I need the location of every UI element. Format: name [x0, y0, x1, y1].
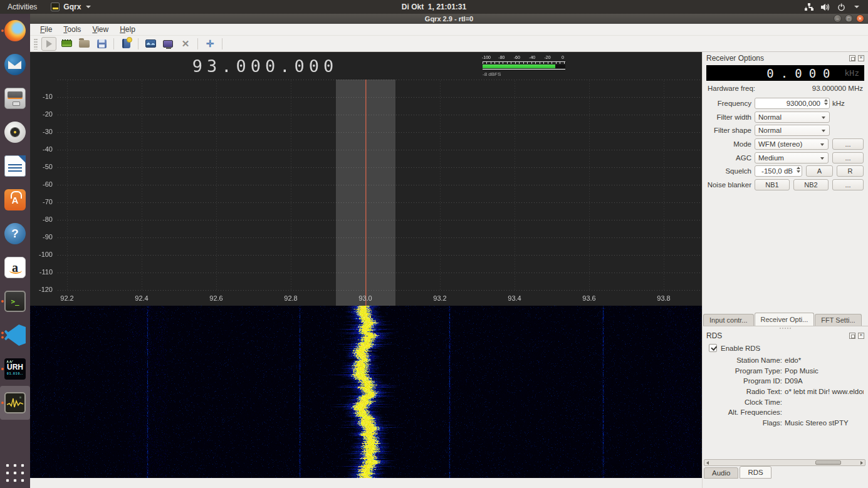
- receiver-options-titlebar: Receiver Options: [703, 52, 868, 64]
- meter-tick-label: -20: [545, 55, 551, 60]
- dock-item-file-manager[interactable]: [0, 81, 30, 115]
- tab-rds[interactable]: RDS: [740, 466, 771, 479]
- frequency-label: Frequency: [707, 100, 755, 107]
- minimize-button[interactable]: [834, 14, 842, 23]
- dock-item-libreoffice-writer[interactable]: [0, 149, 30, 183]
- scroll-left-icon[interactable]: [704, 460, 711, 465]
- panadapter-plot[interactable]: [30, 52, 702, 306]
- clock[interactable]: Di Okt 1, 21:01:31: [0, 3, 868, 11]
- filter-shape-combo[interactable]: Normal: [755, 125, 830, 136]
- panel-tab-bar: Input contr...Receiver Opti...FFT Setti.…: [703, 313, 868, 326]
- agc-combo[interactable]: Medium: [755, 152, 829, 164]
- gnome-top-bar: Activities Gqrx Di Okt 1, 21:01:31: [0, 0, 868, 14]
- save-icon: [97, 39, 107, 48]
- freq-tick-label: 93.4: [508, 294, 521, 302]
- bookmarks-button[interactable]: [118, 37, 133, 51]
- dock-item-terminal[interactable]: >_: [0, 284, 30, 318]
- db-tick-label: -40: [30, 145, 53, 153]
- dock-item-urh[interactable]: ∧∧⁄URH01.010..: [0, 352, 30, 386]
- squelch-reset-button[interactable]: R: [837, 165, 864, 177]
- freq-tick-label: 93.6: [582, 294, 595, 302]
- terminal-icon: >_: [4, 291, 26, 312]
- io-devices-button[interactable]: [59, 37, 74, 51]
- close-button[interactable]: [856, 14, 864, 23]
- center-frequency-display[interactable]: 93.000.000: [130, 56, 400, 76]
- gqrx-app-icon: [51, 3, 60, 11]
- save-file-button[interactable]: [94, 37, 109, 51]
- menu-bar: FileToolsViewHelp: [30, 24, 868, 36]
- activities-button[interactable]: Activities: [0, 0, 44, 14]
- scrollbar-thumb[interactable]: [815, 460, 841, 465]
- nb1-button[interactable]: NB1: [755, 179, 790, 190]
- rds-fields: Station Name:eldo*Program Type:Pop Music…: [703, 355, 868, 428]
- window-titlebar[interactable]: Gqrx 2.9 - rtl=0: [30, 14, 868, 24]
- float-panel-icon[interactable]: [849, 333, 855, 339]
- scroll-right-icon[interactable]: [859, 460, 865, 465]
- ubuntu-software-icon: A: [4, 189, 26, 210]
- agc-options-button[interactable]: ...: [832, 152, 864, 164]
- caret-down-icon: [86, 6, 91, 8]
- nb-options-button[interactable]: ...: [832, 179, 864, 190]
- right-panel: Receiver Options 0.000 kHz Hardware freq…: [702, 52, 868, 488]
- menu-file[interactable]: File: [35, 24, 57, 34]
- maximize-button[interactable]: [845, 14, 853, 23]
- rds-field-value: Pop Music: [785, 367, 864, 375]
- dock-item-thunderbird[interactable]: [0, 48, 30, 81]
- close-panel-icon[interactable]: [858, 55, 864, 61]
- enable-rds-checkbox[interactable]: [709, 344, 717, 352]
- toolbar-drag-handle[interactable]: [34, 38, 38, 49]
- mode-combo[interactable]: WFM (stereo): [755, 138, 829, 150]
- close-panel-icon[interactable]: [858, 333, 864, 339]
- record-button[interactable]: [160, 37, 175, 51]
- filter-shape-label: Filter shape: [707, 127, 755, 134]
- dock-item-rhythmbox[interactable]: [0, 115, 30, 149]
- meter-bar: [483, 65, 565, 68]
- app-menu[interactable]: Gqrx: [44, 0, 97, 14]
- tab-audio[interactable]: Audio: [704, 467, 738, 479]
- frequency-spinbox[interactable]: 93000,000: [755, 98, 830, 109]
- mode-options-button[interactable]: ...: [832, 138, 864, 150]
- squelch-auto-button[interactable]: A: [806, 165, 833, 177]
- rds-field-value: D09A: [785, 377, 864, 385]
- filter-width-combo[interactable]: Normal: [755, 112, 830, 123]
- float-panel-icon[interactable]: [849, 55, 855, 61]
- urh-icon: ∧∧⁄URH01.010..: [4, 358, 26, 380]
- noise-blanker-label: Noise blanker: [707, 181, 755, 189]
- fullscreen-button[interactable]: ✛: [202, 37, 217, 51]
- dock-item-gqrx[interactable]: ≡: [0, 386, 30, 420]
- dock-item-help[interactable]: ?: [0, 217, 30, 251]
- libreoffice-writer-icon: [4, 155, 26, 177]
- dock-item-amazon[interactable]: a: [0, 251, 30, 284]
- toolbar: ✕ ✛: [30, 36, 868, 52]
- db-tick-label: -90: [30, 233, 53, 241]
- waterfall-display[interactable]: [30, 306, 702, 478]
- lcd-unit: kHz: [845, 68, 859, 78]
- tab-input-contr[interactable]: Input contr...: [703, 314, 754, 326]
- dock-item-ubuntu-software[interactable]: A: [0, 183, 30, 217]
- tab-receiver-opti[interactable]: Receiver Opti...: [755, 313, 815, 326]
- rds-titlebar: RDS: [703, 330, 868, 341]
- rds-field-value: Music Stereo stPTY: [785, 419, 864, 427]
- start-dsp-button[interactable]: [41, 37, 56, 51]
- freq-tick-label: 93.8: [657, 294, 670, 302]
- tools-icon: ✕: [182, 38, 190, 49]
- dsp-settings-button[interactable]: [143, 37, 158, 51]
- horizontal-scrollbar[interactable]: [704, 459, 865, 466]
- dock-item-show-applications[interactable]: [0, 458, 30, 488]
- menu-help[interactable]: Help: [115, 24, 140, 34]
- tools-button[interactable]: ✕: [178, 37, 193, 51]
- dock-item-vscode[interactable]: [0, 318, 30, 352]
- system-status-area[interactable]: [805, 3, 868, 11]
- nb2-button[interactable]: NB2: [793, 179, 829, 190]
- dock-item-firefox[interactable]: [0, 14, 30, 48]
- meter-scale: [483, 61, 565, 64]
- tab-fft-setti[interactable]: FFT Setti...: [815, 314, 861, 326]
- db-tick-label: -20: [30, 110, 53, 118]
- channel-offset-lcd[interactable]: 0.000 kHz: [706, 65, 864, 81]
- menu-view[interactable]: View: [87, 24, 113, 34]
- rds-field-row: Radio Text:o* lebt mit Dir! www.eldoradi: [703, 387, 868, 397]
- menu-tools[interactable]: Tools: [58, 24, 86, 34]
- rds-panel: RDS Enable RDS Station Name:eldo*Program…: [703, 330, 868, 428]
- squelch-spinbox[interactable]: -150,0 dB: [755, 165, 802, 177]
- open-file-button[interactable]: [76, 37, 92, 51]
